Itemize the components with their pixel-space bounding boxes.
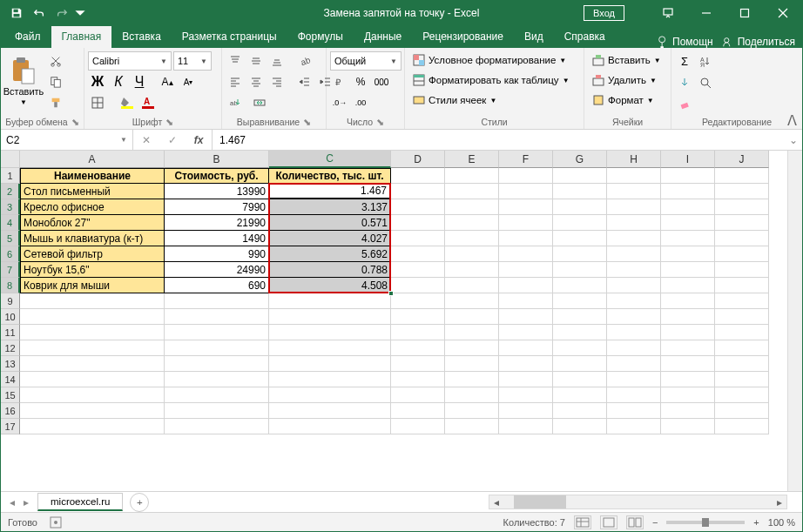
cut-icon[interactable] — [46, 51, 65, 71]
cell-cost-1[interactable]: 7990 — [165, 199, 269, 215]
cells-area[interactable]: НаименованиеСтоимость, руб.Количество, т… — [20, 168, 769, 434]
cell[interactable] — [553, 199, 607, 215]
cell[interactable] — [391, 184, 445, 199]
collapse-ribbon-icon[interactable]: ᐱ — [785, 113, 799, 127]
cell[interactable] — [607, 340, 661, 356]
cell[interactable] — [165, 419, 269, 434]
cell[interactable] — [445, 262, 499, 278]
cell[interactable] — [607, 419, 661, 434]
cell[interactable] — [715, 293, 769, 309]
cell-styles-button[interactable]: Стили ячеек▼ — [408, 91, 574, 109]
formula-input[interactable]: 1.467 — [213, 130, 785, 150]
cell[interactable] — [391, 403, 445, 419]
cell[interactable] — [553, 340, 607, 356]
col-header-E[interactable]: E — [445, 151, 499, 168]
cell[interactable] — [445, 215, 499, 231]
header-name[interactable]: Наименование — [20, 168, 165, 184]
cancel-formula-icon[interactable]: ✕ — [133, 134, 159, 146]
cell[interactable] — [553, 419, 607, 434]
add-sheet-button[interactable]: + — [130, 493, 149, 512]
col-header-H[interactable]: H — [607, 151, 661, 168]
format-painter-icon[interactable] — [46, 93, 65, 112]
cell[interactable] — [20, 356, 165, 372]
cell[interactable] — [445, 184, 499, 199]
column-headers[interactable]: ABCDEFGHIJ — [20, 151, 769, 168]
insert-cells-button[interactable]: Вставить▼ — [588, 51, 665, 69]
tab-insert[interactable]: Вставка — [111, 26, 172, 48]
cell[interactable] — [661, 278, 715, 293]
header-cost[interactable]: Стоимость, руб. — [165, 168, 269, 184]
cell[interactable] — [391, 215, 445, 231]
cell[interactable] — [661, 262, 715, 278]
cell[interactable] — [445, 403, 499, 419]
row-header-8[interactable]: 8 — [1, 278, 20, 293]
cell[interactable] — [269, 372, 391, 387]
cell[interactable] — [715, 215, 769, 231]
cell[interactable] — [607, 325, 661, 340]
align-left-icon[interactable] — [226, 72, 245, 91]
cell[interactable] — [445, 278, 499, 293]
cell[interactable] — [715, 168, 769, 184]
horizontal-scrollbar[interactable]: ◂▸ — [489, 495, 787, 509]
row-header-3[interactable]: 3 — [1, 199, 20, 215]
cell[interactable] — [553, 387, 607, 403]
copy-icon[interactable] — [46, 72, 65, 91]
col-header-C[interactable]: C — [269, 151, 391, 168]
cell-cost-6[interactable]: 690 — [165, 278, 269, 293]
format-as-table-button[interactable]: Форматировать как таблицу▼ — [408, 71, 574, 89]
zoom-in-icon[interactable]: + — [753, 517, 759, 528]
format-cells-button[interactable]: Формат▼ — [588, 91, 665, 109]
cell[interactable] — [445, 168, 499, 184]
decrease-indent-icon[interactable] — [295, 72, 314, 91]
cell[interactable] — [445, 199, 499, 215]
cell[interactable] — [661, 215, 715, 231]
cell[interactable] — [607, 309, 661, 325]
cell[interactable] — [607, 215, 661, 231]
cell[interactable] — [553, 372, 607, 387]
cell-name-3[interactable]: Мышь и клавиатура (к-т) — [20, 231, 165, 246]
cell[interactable] — [715, 387, 769, 403]
font-color-icon[interactable]: А — [138, 93, 158, 112]
cell[interactable] — [661, 199, 715, 215]
cell[interactable] — [499, 184, 553, 199]
col-header-A[interactable]: A — [20, 151, 165, 168]
cell[interactable] — [661, 372, 715, 387]
font-launcher-icon[interactable]: ⬊ — [165, 117, 173, 127]
conditional-formatting-button[interactable]: Условное форматирование▼ — [408, 51, 574, 69]
row-header-16[interactable]: 16 — [1, 403, 20, 419]
cell[interactable] — [165, 372, 269, 387]
font-name-combo[interactable]: Calibri▼ — [88, 51, 172, 71]
cell[interactable] — [391, 293, 445, 309]
col-header-B[interactable]: B — [165, 151, 269, 168]
cell[interactable] — [165, 293, 269, 309]
cell[interactable] — [499, 199, 553, 215]
cell[interactable] — [269, 325, 391, 340]
cell[interactable] — [715, 372, 769, 387]
cell[interactable] — [661, 387, 715, 403]
zoom-out-icon[interactable]: − — [652, 517, 658, 528]
row-header-17[interactable]: 17 — [1, 419, 20, 434]
cell[interactable] — [165, 340, 269, 356]
sheet-nav[interactable]: ◂▸ — [1, 495, 37, 510]
cell[interactable] — [607, 372, 661, 387]
cell[interactable] — [715, 419, 769, 434]
cell[interactable] — [553, 356, 607, 372]
row-headers[interactable]: 1234567891011121314151617 — [1, 168, 20, 434]
tell-me[interactable]: Помощн — [657, 36, 713, 48]
row-header-2[interactable]: 2 — [1, 184, 20, 199]
row-header-4[interactable]: 4 — [1, 215, 20, 231]
cell[interactable] — [269, 309, 391, 325]
cell[interactable] — [715, 184, 769, 199]
cell[interactable] — [553, 309, 607, 325]
cell[interactable] — [391, 246, 445, 262]
cell[interactable] — [715, 246, 769, 262]
cell[interactable] — [499, 215, 553, 231]
cell-cost-0[interactable]: 13990 — [165, 184, 269, 199]
cell[interactable] — [661, 325, 715, 340]
cell[interactable] — [661, 231, 715, 246]
row-header-12[interactable]: 12 — [1, 340, 20, 356]
cell[interactable] — [607, 278, 661, 293]
grow-font-icon[interactable]: A▴ — [158, 72, 177, 91]
cell[interactable] — [269, 403, 391, 419]
cell[interactable] — [607, 168, 661, 184]
